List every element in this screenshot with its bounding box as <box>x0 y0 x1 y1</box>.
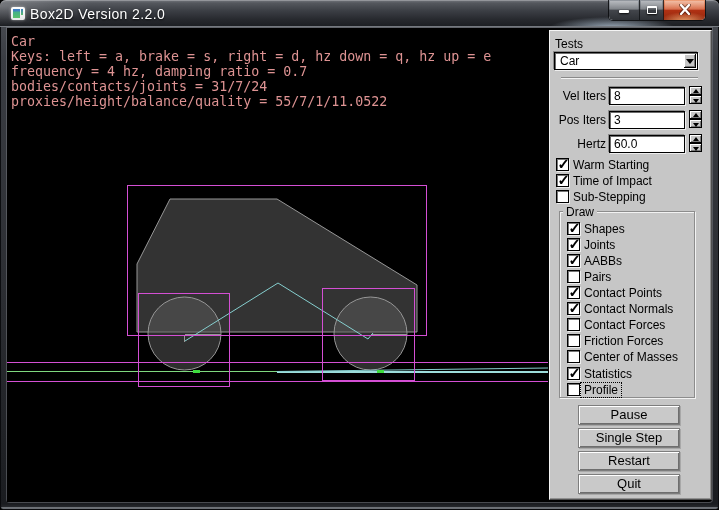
maximize-icon <box>647 6 657 14</box>
checkmark-icon: ✓ <box>569 220 581 236</box>
app-icon-bar <box>21 9 23 15</box>
arrow-down-icon <box>693 99 699 103</box>
checkbox-statistics[interactable]: ✓ <box>567 367 580 380</box>
spinner-up-button[interactable] <box>689 134 702 143</box>
spinner-buttons <box>689 134 702 152</box>
checkbox-sub-stepping[interactable] <box>556 190 569 203</box>
close-icon <box>679 4 691 15</box>
spinner-down-button[interactable] <box>689 95 702 104</box>
spinner-buttons <box>689 110 702 128</box>
spinner-down-button[interactable] <box>689 119 702 128</box>
spinner-label: Hertz <box>550 137 606 151</box>
arrow-down-icon <box>693 123 699 127</box>
checkbox-label[interactable]: Shapes <box>584 222 625 236</box>
close-button[interactable] <box>663 0 705 20</box>
arrow-down-icon <box>693 147 699 151</box>
checkbox-label[interactable]: Joints <box>584 238 615 252</box>
checkbox-label[interactable]: Friction Forces <box>584 334 663 348</box>
spinner-down-button[interactable] <box>689 143 702 152</box>
spinner-field-pos-iters[interactable]: 3 <box>609 111 685 129</box>
checkbox-label[interactable]: Time of Impact <box>573 174 652 188</box>
arrow-up-icon <box>693 137 699 141</box>
checkmark-icon: ✓ <box>569 365 581 381</box>
checkbox-label[interactable]: Pairs <box>584 270 611 284</box>
minimize-button[interactable] <box>609 0 639 20</box>
quit-button[interactable]: Quit <box>578 474 680 494</box>
tests-label: Tests <box>555 37 583 51</box>
minimize-icon <box>619 10 629 13</box>
spinner-field-hertz[interactable]: 60.0 <box>609 135 685 153</box>
test-select-value: Car <box>560 54 579 68</box>
client-area: CarKeys: left = a, brake = s, right = d,… <box>7 28 712 502</box>
glui-panel: Tests Car Vel Iters8Pos Iters3Hertz60.0 … <box>549 30 712 500</box>
checkbox-center-of-masses[interactable] <box>567 350 580 363</box>
checkbox-warm-starting[interactable]: ✓ <box>556 158 569 171</box>
checkmark-icon: ✓ <box>558 156 570 172</box>
checkbox-profile[interactable] <box>567 383 580 396</box>
checkmark-icon: ✓ <box>569 284 581 300</box>
rear-wheel <box>148 297 221 370</box>
spinner-value: 8 <box>614 89 621 103</box>
checkmark-icon: ✓ <box>558 172 570 188</box>
checkbox-label[interactable]: Warm Starting <box>573 158 649 172</box>
restart-button[interactable]: Restart <box>578 451 680 471</box>
app-icon[interactable] <box>11 7 25 20</box>
checkbox-label[interactable]: Contact Forces <box>584 318 665 332</box>
front-wheel <box>334 297 407 370</box>
arrow-up-icon <box>693 89 699 93</box>
checkbox-contact-points[interactable]: ✓ <box>567 286 580 299</box>
checkmark-icon: ✓ <box>569 300 581 316</box>
checkmark-icon: ✓ <box>569 252 581 268</box>
test-select[interactable]: Car <box>554 52 698 70</box>
hud-line: Car <box>11 34 35 49</box>
checkbox-label[interactable]: Sub-Stepping <box>573 190 646 204</box>
maximize-button[interactable] <box>639 0 663 20</box>
checkbox-time-of-impact[interactable]: ✓ <box>556 174 569 187</box>
checkbox-contact-normals[interactable]: ✓ <box>567 302 580 315</box>
hud-line: proxies/height/balance/quality = 55/7/1/… <box>11 94 387 109</box>
spinner-label: Vel Iters <box>550 89 606 103</box>
pause-button[interactable]: Pause <box>578 405 680 425</box>
checkmark-icon: ✓ <box>569 236 581 252</box>
checkbox-joints[interactable]: ✓ <box>567 238 580 251</box>
checkbox-label[interactable]: AABBs <box>584 254 622 268</box>
single-step-button[interactable]: Single Step <box>578 428 680 448</box>
checkbox-contact-forces[interactable] <box>567 318 580 331</box>
arrow-up-icon <box>693 113 699 117</box>
app-window: Box2D Version 2.2.0 CarKeys: left = a <box>0 0 719 510</box>
app-icon-pane <box>13 9 20 18</box>
draw-group-title: Draw <box>563 205 597 219</box>
checkbox-label[interactable]: Statistics <box>584 367 632 381</box>
spinner-value: 60.0 <box>614 137 637 151</box>
checkbox-friction-forces[interactable] <box>567 334 580 347</box>
checkbox-label[interactable]: Contact Normals <box>584 302 673 316</box>
title-bar[interactable]: Box2D Version 2.2.0 <box>0 0 719 27</box>
checkbox-label[interactable]: Center of Masses <box>584 350 678 364</box>
hud-line: bodies/contacts/joints = 31/7/24 <box>11 79 267 94</box>
spinner-label: Pos Iters <box>550 113 606 127</box>
hud-line: frequency = 4 hz, damping ratio = 0.7 <box>11 64 307 79</box>
hud-line: Keys: left = a, brake = s, right = d, hz… <box>11 49 491 64</box>
window-title: Box2D Version 2.2.0 <box>30 6 165 22</box>
chevron-down-icon <box>686 59 694 64</box>
dropdown-button[interactable] <box>684 54 696 68</box>
checkbox-shapes[interactable]: ✓ <box>567 222 580 235</box>
spinner-field-vel-iters[interactable]: 8 <box>609 87 685 105</box>
spinner-value: 3 <box>614 113 621 127</box>
minimize-sheen <box>610 1 638 10</box>
checkbox-label[interactable]: Profile <box>581 383 621 397</box>
caption-button-group <box>609 0 705 20</box>
physics-viewport[interactable]: CarKeys: left = a, brake = s, right = d,… <box>7 28 548 502</box>
spinner-up-button[interactable] <box>689 110 702 119</box>
checkbox-aabbs[interactable]: ✓ <box>567 254 580 267</box>
contact-point-rear <box>193 370 200 373</box>
checkbox-pairs[interactable] <box>567 270 580 283</box>
separator <box>561 77 698 79</box>
spinner-up-button[interactable] <box>689 86 702 95</box>
spinner-buttons <box>689 86 702 104</box>
checkbox-label[interactable]: Contact Points <box>584 286 662 300</box>
contact-point-front <box>377 370 384 373</box>
